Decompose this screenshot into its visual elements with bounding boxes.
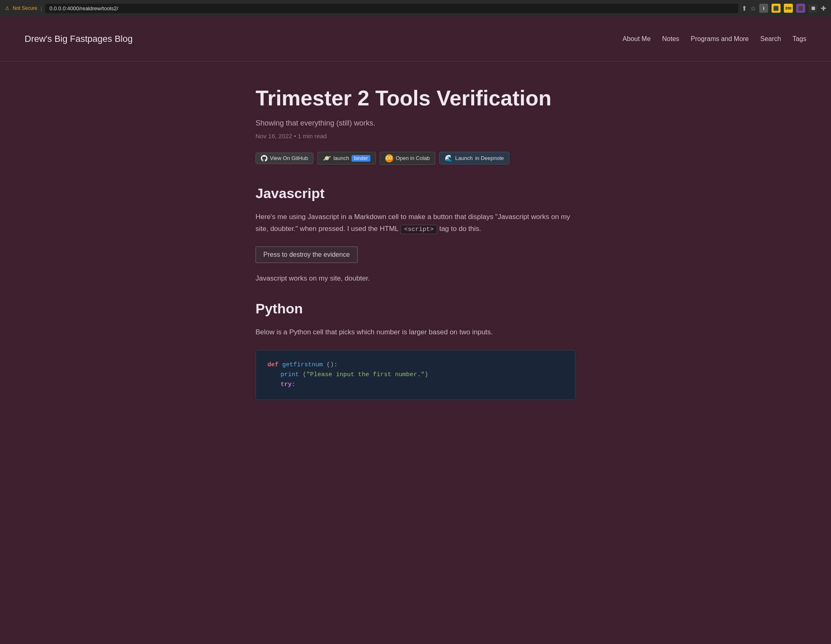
colab-label: Open in Colab <box>396 155 430 161</box>
python-code-block: def getfirstnum (): print ("Please input… <box>256 350 575 400</box>
kw-def: def <box>267 361 279 368</box>
python-body-text: Below is a Python cell that picks which … <box>256 327 575 338</box>
github-badge[interactable]: View On GitHub <box>256 153 313 164</box>
javascript-heading: Javascript <box>256 185 575 201</box>
colab-badge[interactable]: CO Open in Colab <box>380 152 435 165</box>
bookmarks-icon[interactable]: ⬛ <box>772 4 781 13</box>
nav-tags[interactable]: Tags <box>792 35 806 43</box>
fn-parens: (): <box>326 361 338 368</box>
main-content: Trimester 2 Tools Verification Showing t… <box>231 62 600 416</box>
script-tag-code: <script> <box>400 225 437 234</box>
warning-icon: ⚠ <box>5 5 9 11</box>
site-header: Drew's Big Fastpages Blog About Me Notes… <box>0 16 831 62</box>
post-title: Trimester 2 Tools Verification <box>256 86 575 111</box>
kw-try: try: <box>281 381 295 388</box>
deepnote-suffix: in Deepnote <box>475 155 504 161</box>
colab-icon: CO <box>385 154 393 162</box>
browser-toolbar-icons: ⬆ ☆ i ⬛ 200 ⬛ ⊞ ✚ <box>742 4 826 13</box>
post-subtitle: Showing that everything (still) works. <box>256 119 575 128</box>
javascript-body-text: Here's me using Javascript in a Markdown… <box>256 211 575 235</box>
binder-icon: 🪐 <box>323 154 331 162</box>
share-icon[interactable]: ⬆ <box>742 5 747 12</box>
separator: | <box>41 5 42 11</box>
js-result-text: Javascript works on my site, doubter. <box>256 273 575 285</box>
binder-badge[interactable]: 🪐 launch binder <box>317 152 376 164</box>
str-firstnum: ("Please input the first number.") <box>303 371 428 378</box>
grid-icon[interactable]: ⊞ <box>808 4 817 13</box>
deepnote-icon: 🌊 <box>445 154 453 162</box>
fn-getfirstnum: getfirstnum <box>282 361 323 368</box>
python-heading: Python <box>256 301 575 317</box>
nav-programs[interactable]: Programs and More <box>691 35 749 43</box>
code-line-2: print ("Please input the first number.") <box>267 370 564 380</box>
200-badge[interactable]: 200 <box>784 4 793 13</box>
github-badge-label: View On GitHub <box>270 155 308 161</box>
code-line-1: def getfirstnum (): <box>267 360 564 370</box>
destroy-evidence-button[interactable]: Press to destroy the evidence <box>256 247 358 263</box>
nav-search[interactable]: Search <box>760 35 781 43</box>
deepnote-launch-text: Launch <box>455 155 473 161</box>
plus-icon[interactable]: ✚ <box>821 5 826 12</box>
badge-row: View On GitHub 🪐 launch binder CO Open i… <box>256 152 575 165</box>
binder-word: binder <box>352 155 370 162</box>
github-icon <box>261 155 267 162</box>
url-text: 0.0.0.0:4000/realdrew/tools2/ <box>49 5 118 11</box>
not-secure-label: Not Secure <box>13 5 37 11</box>
fn-print: print <box>281 371 299 378</box>
extension-icon[interactable]: ⬛ <box>796 4 805 13</box>
code-line-3: try: <box>267 380 564 390</box>
site-title[interactable]: Drew's Big Fastpages Blog <box>25 34 132 44</box>
address-bar[interactable]: 0.0.0.0:4000/realdrew/tools2/ <box>45 4 738 13</box>
site-nav: About Me Notes Programs and More Search … <box>623 35 806 43</box>
browser-chrome: ⚠ Not Secure | 0.0.0.0:4000/realdrew/too… <box>0 0 831 16</box>
nav-notes[interactable]: Notes <box>662 35 679 43</box>
binder-launch-text: launch <box>333 155 349 161</box>
post-meta: Nov 16, 2022 • 1 min read <box>256 132 575 139</box>
js-body-part2: tag to do this. <box>439 225 481 233</box>
nav-about[interactable]: About Me <box>623 35 651 43</box>
deepnote-badge[interactable]: 🌊 Launch in Deepnote <box>439 152 509 164</box>
info-icon[interactable]: i <box>759 4 768 13</box>
star-icon[interactable]: ☆ <box>750 5 756 12</box>
